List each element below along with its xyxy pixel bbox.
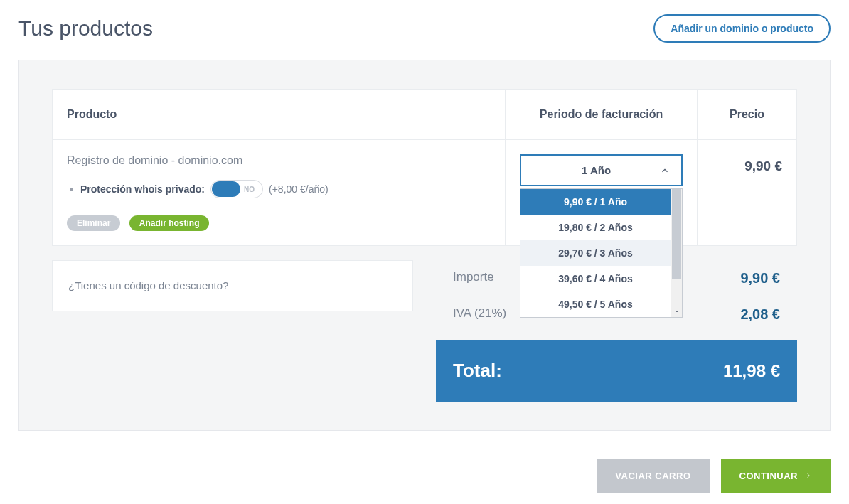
total-label: Total: <box>453 360 502 382</box>
col-product-header: Producto <box>53 90 505 139</box>
toggle-knob-icon <box>212 181 240 197</box>
discount-prompt: ¿Tienes un código de descuento? <box>68 279 228 291</box>
row-price: 9,90 € <box>712 154 782 174</box>
empty-cart-button[interactable]: VACIAR CARRO <box>597 459 709 493</box>
vat-value: 2,08 € <box>740 306 780 323</box>
period-option[interactable]: 49,50 € / 5 Años <box>520 291 671 317</box>
subtotal-label: Importe <box>453 270 494 286</box>
continue-button[interactable]: CONTINUAR <box>721 459 831 493</box>
scrollbar-thumb-icon[interactable] <box>672 189 681 279</box>
bullet-icon <box>70 188 73 191</box>
toggle-no-label: NO <box>244 186 255 193</box>
col-price-header: Precio <box>697 90 796 139</box>
period-option[interactable]: 29,70 € / 3 Años <box>520 240 671 266</box>
total-value: 11,98 € <box>723 361 780 381</box>
period-option[interactable]: 39,60 € / 4 Años <box>520 266 671 291</box>
period-option[interactable]: 19,80 € / 2 Años <box>520 215 671 240</box>
vat-label: IVA (21%) <box>453 306 506 323</box>
discount-code-box[interactable]: ¿Tienes un código de descuento? <box>52 260 413 311</box>
scrollbar-down-icon[interactable] <box>671 306 682 317</box>
whois-label: Protección whois privado: <box>80 183 205 195</box>
subtotal-value: 9,90 € <box>740 270 780 286</box>
page-title: Tus productos <box>18 16 153 41</box>
billing-period-select[interactable]: 1 Año <box>520 154 683 186</box>
period-option[interactable]: 9,90 € / 1 Año <box>520 189 671 215</box>
product-table: Producto Periodo de facturación Precio R… <box>52 89 797 246</box>
product-name: Registro de dominio - dominio.com <box>67 154 491 167</box>
chevron-right-icon <box>805 471 812 481</box>
table-row: Registro de dominio - dominio.com Protec… <box>53 140 796 245</box>
billing-period-dropdown: 9,90 € / 1 Año19,80 € / 2 Años29,70 € / … <box>520 188 683 318</box>
delete-button[interactable]: Eliminar <box>67 215 120 231</box>
cart-panel: Producto Periodo de facturación Precio R… <box>18 60 831 431</box>
whois-toggle[interactable]: NO <box>210 180 263 198</box>
col-period-header: Periodo de facturación <box>505 90 697 139</box>
add-hosting-button[interactable]: Añadir hosting <box>129 215 210 231</box>
table-header: Producto Periodo de facturación Precio <box>53 90 796 140</box>
billing-period-selected-label: 1 Año <box>533 164 660 176</box>
whois-price-note: (+8,00 €/año) <box>269 183 329 195</box>
chevron-up-icon <box>660 166 670 176</box>
dropdown-scrollbar[interactable] <box>671 189 682 317</box>
continue-label: CONTINUAR <box>739 471 799 481</box>
add-domain-button[interactable]: Añadir un dominio o producto <box>653 14 831 43</box>
whois-row: Protección whois privado: NO (+8,00 €/añ… <box>67 180 491 198</box>
